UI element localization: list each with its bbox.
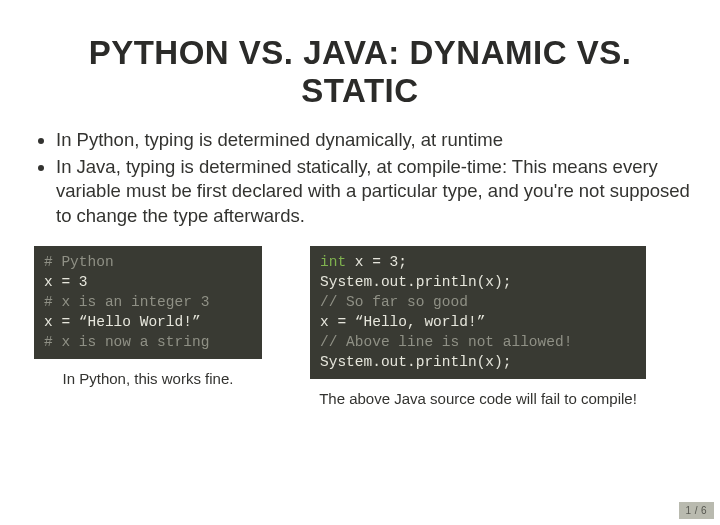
python-column: # Python x = 3 # x is an integer 3 x = “…: [34, 246, 262, 409]
code-line: x = “Hello, world!”: [320, 314, 485, 330]
java-caption: The above Java source code will fail to …: [310, 389, 646, 409]
code-comment: // Above line is not allowed!: [320, 334, 572, 350]
slide-title: PYTHON VS. JAVA: DYNAMIC VS. STATIC: [28, 34, 692, 110]
code-keyword: int: [320, 254, 346, 270]
python-caption: In Python, this works fine.: [34, 369, 262, 389]
code-line: x = 3;: [346, 254, 407, 270]
pager[interactable]: 1/6: [679, 502, 714, 519]
code-line: System.out.println(x);: [320, 274, 511, 290]
code-comment: # Python: [44, 254, 114, 270]
code-comment: // So far so good: [320, 294, 468, 310]
slide: PYTHON VS. JAVA: DYNAMIC VS. STATIC In P…: [0, 0, 720, 429]
code-comment: # x is now a string: [44, 334, 209, 350]
bullet-item: In Python, typing is determined dynamica…: [56, 128, 692, 153]
code-columns: # Python x = 3 # x is an integer 3 x = “…: [28, 246, 692, 409]
pager-current: 1: [686, 505, 692, 516]
java-column: int x = 3; System.out.println(x); // So …: [310, 246, 646, 409]
code-line: x = 3: [44, 274, 88, 290]
pager-separator: /: [695, 505, 698, 516]
code-line: System.out.println(x);: [320, 354, 511, 370]
pager-total: 6: [701, 505, 707, 516]
java-code-block: int x = 3; System.out.println(x); // So …: [310, 246, 646, 379]
bullet-list: In Python, typing is determined dynamica…: [28, 128, 692, 228]
python-code-block: # Python x = 3 # x is an integer 3 x = “…: [34, 246, 262, 359]
code-line: x = “Hello World!”: [44, 314, 201, 330]
code-comment: # x is an integer 3: [44, 294, 209, 310]
bullet-item: In Java, typing is determined statically…: [56, 155, 692, 229]
